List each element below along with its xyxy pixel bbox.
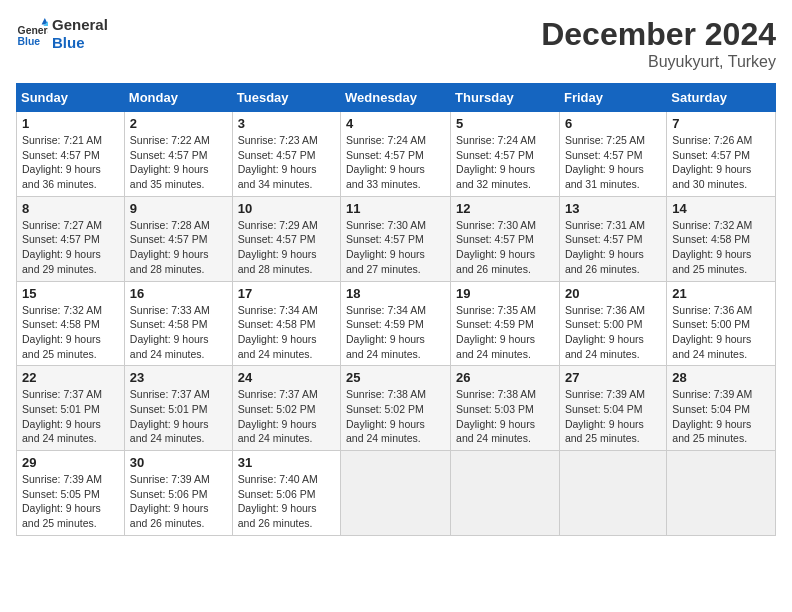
day-cell: 30Sunrise: 7:39 AMSunset: 5:06 PMDayligh… <box>124 451 232 536</box>
week-row: 15Sunrise: 7:32 AMSunset: 4:58 PMDayligh… <box>17 281 776 366</box>
day-cell: 21Sunrise: 7:36 AMSunset: 5:00 PMDayligh… <box>667 281 776 366</box>
day-number: 27 <box>565 370 661 385</box>
day-cell: 13Sunrise: 7:31 AMSunset: 4:57 PMDayligh… <box>559 196 666 281</box>
day-cell: 29Sunrise: 7:39 AMSunset: 5:05 PMDayligh… <box>17 451 125 536</box>
day-info: Sunrise: 7:33 AMSunset: 4:58 PMDaylight:… <box>130 303 227 362</box>
day-number: 30 <box>130 455 227 470</box>
day-cell: 7Sunrise: 7:26 AMSunset: 4:57 PMDaylight… <box>667 112 776 197</box>
day-info: Sunrise: 7:39 AMSunset: 5:04 PMDaylight:… <box>672 387 770 446</box>
day-number: 1 <box>22 116 119 131</box>
day-info: Sunrise: 7:24 AMSunset: 4:57 PMDaylight:… <box>346 133 445 192</box>
day-cell: 12Sunrise: 7:30 AMSunset: 4:57 PMDayligh… <box>451 196 560 281</box>
day-number: 21 <box>672 286 770 301</box>
day-number: 18 <box>346 286 445 301</box>
week-row: 1Sunrise: 7:21 AMSunset: 4:57 PMDaylight… <box>17 112 776 197</box>
logo: General Blue General Blue <box>16 16 108 52</box>
day-info: Sunrise: 7:34 AMSunset: 4:58 PMDaylight:… <box>238 303 335 362</box>
col-header-monday: Monday <box>124 84 232 112</box>
col-header-sunday: Sunday <box>17 84 125 112</box>
day-info: Sunrise: 7:35 AMSunset: 4:59 PMDaylight:… <box>456 303 554 362</box>
logo-line1: General <box>52 16 108 34</box>
day-cell: 9Sunrise: 7:28 AMSunset: 4:57 PMDaylight… <box>124 196 232 281</box>
day-number: 25 <box>346 370 445 385</box>
day-info: Sunrise: 7:32 AMSunset: 4:58 PMDaylight:… <box>672 218 770 277</box>
day-number: 26 <box>456 370 554 385</box>
day-info: Sunrise: 7:39 AMSunset: 5:04 PMDaylight:… <box>565 387 661 446</box>
title-area: December 2024 Buyukyurt, Turkey <box>541 16 776 71</box>
day-info: Sunrise: 7:22 AMSunset: 4:57 PMDaylight:… <box>130 133 227 192</box>
day-number: 24 <box>238 370 335 385</box>
col-header-saturday: Saturday <box>667 84 776 112</box>
day-info: Sunrise: 7:40 AMSunset: 5:06 PMDaylight:… <box>238 472 335 531</box>
day-number: 22 <box>22 370 119 385</box>
day-number: 14 <box>672 201 770 216</box>
day-number: 9 <box>130 201 227 216</box>
day-info: Sunrise: 7:27 AMSunset: 4:57 PMDaylight:… <box>22 218 119 277</box>
day-info: Sunrise: 7:31 AMSunset: 4:57 PMDaylight:… <box>565 218 661 277</box>
day-cell: 17Sunrise: 7:34 AMSunset: 4:58 PMDayligh… <box>232 281 340 366</box>
day-cell <box>559 451 666 536</box>
day-number: 2 <box>130 116 227 131</box>
day-cell: 8Sunrise: 7:27 AMSunset: 4:57 PMDaylight… <box>17 196 125 281</box>
day-cell: 23Sunrise: 7:37 AMSunset: 5:01 PMDayligh… <box>124 366 232 451</box>
day-number: 3 <box>238 116 335 131</box>
day-cell: 1Sunrise: 7:21 AMSunset: 4:57 PMDaylight… <box>17 112 125 197</box>
main-title: December 2024 <box>541 16 776 53</box>
day-number: 13 <box>565 201 661 216</box>
week-row: 29Sunrise: 7:39 AMSunset: 5:05 PMDayligh… <box>17 451 776 536</box>
logo-line2: Blue <box>52 34 108 52</box>
day-info: Sunrise: 7:26 AMSunset: 4:57 PMDaylight:… <box>672 133 770 192</box>
day-cell: 20Sunrise: 7:36 AMSunset: 5:00 PMDayligh… <box>559 281 666 366</box>
day-number: 17 <box>238 286 335 301</box>
day-info: Sunrise: 7:39 AMSunset: 5:05 PMDaylight:… <box>22 472 119 531</box>
day-info: Sunrise: 7:28 AMSunset: 4:57 PMDaylight:… <box>130 218 227 277</box>
day-number: 11 <box>346 201 445 216</box>
day-cell: 24Sunrise: 7:37 AMSunset: 5:02 PMDayligh… <box>232 366 340 451</box>
day-cell <box>451 451 560 536</box>
day-cell: 18Sunrise: 7:34 AMSunset: 4:59 PMDayligh… <box>341 281 451 366</box>
col-header-thursday: Thursday <box>451 84 560 112</box>
day-number: 15 <box>22 286 119 301</box>
day-info: Sunrise: 7:21 AMSunset: 4:57 PMDaylight:… <box>22 133 119 192</box>
day-cell: 19Sunrise: 7:35 AMSunset: 4:59 PMDayligh… <box>451 281 560 366</box>
header: General Blue General Blue December 2024 … <box>16 16 776 71</box>
day-cell: 31Sunrise: 7:40 AMSunset: 5:06 PMDayligh… <box>232 451 340 536</box>
logo-icon: General Blue <box>16 18 48 50</box>
svg-text:General: General <box>18 25 48 36</box>
day-cell: 5Sunrise: 7:24 AMSunset: 4:57 PMDaylight… <box>451 112 560 197</box>
day-info: Sunrise: 7:34 AMSunset: 4:59 PMDaylight:… <box>346 303 445 362</box>
col-header-tuesday: Tuesday <box>232 84 340 112</box>
day-number: 10 <box>238 201 335 216</box>
day-cell: 10Sunrise: 7:29 AMSunset: 4:57 PMDayligh… <box>232 196 340 281</box>
svg-text:Blue: Blue <box>18 36 41 47</box>
day-cell <box>341 451 451 536</box>
day-info: Sunrise: 7:25 AMSunset: 4:57 PMDaylight:… <box>565 133 661 192</box>
day-cell: 3Sunrise: 7:23 AMSunset: 4:57 PMDaylight… <box>232 112 340 197</box>
subtitle: Buyukyurt, Turkey <box>541 53 776 71</box>
day-cell: 2Sunrise: 7:22 AMSunset: 4:57 PMDaylight… <box>124 112 232 197</box>
day-info: Sunrise: 7:36 AMSunset: 5:00 PMDaylight:… <box>672 303 770 362</box>
week-row: 8Sunrise: 7:27 AMSunset: 4:57 PMDaylight… <box>17 196 776 281</box>
day-number: 6 <box>565 116 661 131</box>
day-info: Sunrise: 7:36 AMSunset: 5:00 PMDaylight:… <box>565 303 661 362</box>
day-info: Sunrise: 7:38 AMSunset: 5:02 PMDaylight:… <box>346 387 445 446</box>
day-cell <box>667 451 776 536</box>
day-cell: 27Sunrise: 7:39 AMSunset: 5:04 PMDayligh… <box>559 366 666 451</box>
col-header-wednesday: Wednesday <box>341 84 451 112</box>
day-number: 7 <box>672 116 770 131</box>
day-info: Sunrise: 7:32 AMSunset: 4:58 PMDaylight:… <box>22 303 119 362</box>
day-info: Sunrise: 7:37 AMSunset: 5:02 PMDaylight:… <box>238 387 335 446</box>
day-info: Sunrise: 7:30 AMSunset: 4:57 PMDaylight:… <box>456 218 554 277</box>
day-cell: 14Sunrise: 7:32 AMSunset: 4:58 PMDayligh… <box>667 196 776 281</box>
day-cell: 4Sunrise: 7:24 AMSunset: 4:57 PMDaylight… <box>341 112 451 197</box>
day-info: Sunrise: 7:24 AMSunset: 4:57 PMDaylight:… <box>456 133 554 192</box>
day-cell: 28Sunrise: 7:39 AMSunset: 5:04 PMDayligh… <box>667 366 776 451</box>
week-row: 22Sunrise: 7:37 AMSunset: 5:01 PMDayligh… <box>17 366 776 451</box>
day-cell: 22Sunrise: 7:37 AMSunset: 5:01 PMDayligh… <box>17 366 125 451</box>
day-number: 31 <box>238 455 335 470</box>
day-number: 8 <box>22 201 119 216</box>
day-cell: 6Sunrise: 7:25 AMSunset: 4:57 PMDaylight… <box>559 112 666 197</box>
day-number: 4 <box>346 116 445 131</box>
day-info: Sunrise: 7:29 AMSunset: 4:57 PMDaylight:… <box>238 218 335 277</box>
day-number: 16 <box>130 286 227 301</box>
